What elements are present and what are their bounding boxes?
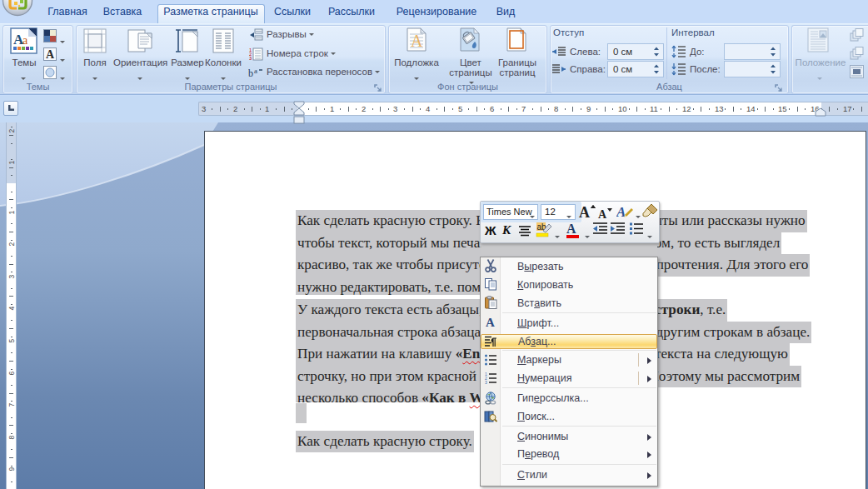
svg-text:a: a bbox=[254, 67, 257, 75]
svg-text:A: A bbox=[46, 48, 55, 61]
svg-text:A: A bbox=[598, 208, 607, 220]
svg-text:A: A bbox=[579, 204, 590, 220]
svg-text:A: A bbox=[616, 204, 626, 220]
svg-text:3: 3 bbox=[485, 380, 487, 385]
svg-text:A: A bbox=[486, 316, 495, 329]
svg-text:3: 3 bbox=[249, 56, 252, 61]
svg-text:b: b bbox=[248, 67, 253, 78]
svg-text:A: A bbox=[411, 32, 423, 50]
svg-text:a: a bbox=[22, 34, 28, 47]
